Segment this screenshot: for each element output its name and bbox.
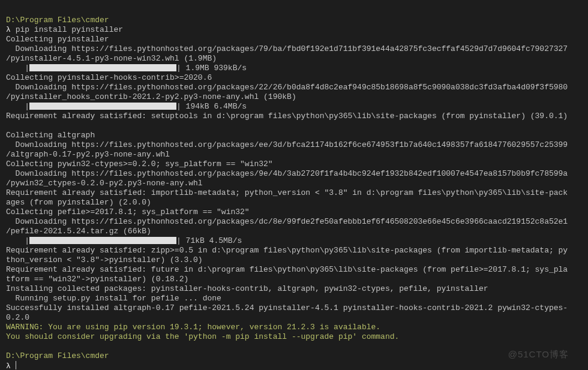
cursor <box>16 361 16 369</box>
output-line: Collecting pefile>=2017.8.1; sys_platfor… <box>6 207 250 216</box>
output-line: Installing collected packages: pyinstall… <box>6 284 488 293</box>
output-line: Downloading https://files.pythonhosted.o… <box>6 83 568 92</box>
prompt-cwd: D:\Program Files\cmder <box>6 16 109 25</box>
progress-bar <box>29 103 176 110</box>
output-line: Downloading https://files.pythonhosted.o… <box>6 169 568 178</box>
output-line: Requirement already satisfied: zipp>=0.5… <box>6 246 568 255</box>
output-line: Collecting altgraph <box>6 131 95 140</box>
output-line: tform == "win32"->pyinstaller) (0.18.2) <box>6 275 188 284</box>
output-line: Collecting pyinstaller <box>6 35 109 44</box>
progress-bar <box>29 237 176 244</box>
output-line: | 194kB 6.4MB/s <box>176 102 247 111</box>
output-line: Requirement already satisfied: future in… <box>6 265 568 274</box>
output-line: /pefile-2021.5.24.tar.gz (66kB) <box>6 227 151 236</box>
output-line: Collecting pywin32-ctypes>=0.2.0; sys_pl… <box>6 160 273 169</box>
output-line: | <box>6 64 29 73</box>
watermark-text: @51CTO博客 <box>508 350 569 359</box>
output-line: | <box>6 236 29 245</box>
warning-line: WARNING: You are using pip version 19.3.… <box>6 323 380 332</box>
output-line: /pyinstaller_hooks_contrib-2021.2-py2.py… <box>6 92 296 101</box>
output-line: Requirement already satisfied: setuptool… <box>6 112 568 121</box>
output-line: /pywin32_ctypes-0.2.0-py2.py3-none-any.w… <box>6 179 203 188</box>
output-line: Successfully installed altgraph-0.17 pef… <box>6 303 568 312</box>
warning-line: You should consider upgrading via the 'p… <box>6 332 399 341</box>
output-line: | <box>6 102 29 111</box>
prompt-symbol: λ <box>6 362 11 370</box>
output-line: | 1.9MB 939kB/s <box>176 64 247 73</box>
output-line: ages (from pyinstaller) (2.0.0) <box>6 198 151 207</box>
output-line: Running setup.py install for pefile ... … <box>6 294 221 303</box>
output-line: /pyinstaller-4.5.1-py3-none-win32.whl (1… <box>6 54 217 63</box>
output-line: thon_version < "3.8"->pyinstaller) (3.3.… <box>6 255 203 264</box>
command-text: pip install pyinstaller <box>16 25 123 34</box>
prompt-symbol: λ <box>6 25 11 34</box>
output-line: Requirement already satisfied: importlib… <box>6 188 568 197</box>
output-line: Downloading https://files.pythonhosted.o… <box>6 217 568 226</box>
output-line: Collecting pyinstaller-hooks-contrib>=20… <box>6 73 212 82</box>
progress-bar <box>29 64 176 71</box>
output-line: Downloading https://files.pythonhosted.o… <box>6 140 568 149</box>
terminal-output[interactable]: D:\Program Files\cmder λ pip install pyi… <box>0 0 576 364</box>
output-line: /altgraph-0.17-py2.py3-none-any.whl <box>6 150 170 159</box>
prompt-cwd: D:\Program Files\cmder <box>6 351 109 360</box>
output-line: 0.2.0 <box>6 313 29 322</box>
output-line: | 71kB 4.5MB/s <box>176 236 242 245</box>
output-line: Downloading https://files.pythonhosted.o… <box>6 44 568 53</box>
